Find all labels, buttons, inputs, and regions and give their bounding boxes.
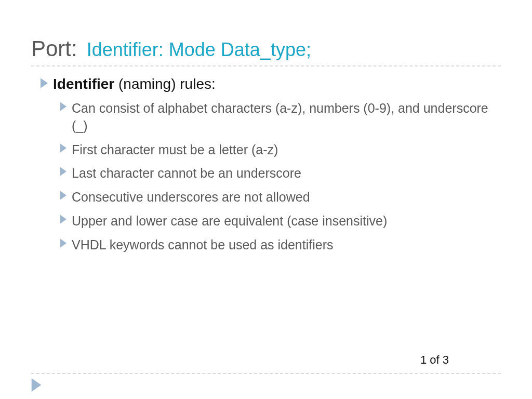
list-item: First character must be a letter (a-z) (60, 141, 501, 159)
triangle-bullet-icon (60, 143, 66, 153)
list-item-text: First character must be a letter (a-z) (72, 141, 278, 159)
heading-text: Identifier (naming) rules: (53, 76, 216, 92)
list-item: Can consist of alphabet characters (a-z)… (60, 100, 501, 135)
slide-title: Port: Identifier: Mode Data_type; (31, 36, 501, 66)
list-item-text: Consecutive underscores are not allowed (72, 189, 310, 206)
triangle-bullet-icon (60, 238, 66, 248)
svg-marker-7 (32, 378, 42, 392)
list-item-text: Can consist of alphabet characters (a-z)… (72, 100, 501, 135)
title-sub: Identifier: Mode Data_type; (87, 39, 311, 61)
title-main: Port: (31, 36, 77, 61)
svg-marker-0 (41, 78, 48, 88)
triangle-bullet-icon (60, 191, 66, 200)
list-item: Last character cannot be an underscore (60, 165, 501, 182)
list-item-text: Last character cannot be an underscore (72, 165, 301, 182)
svg-marker-6 (60, 238, 66, 247)
list-item-text: Upper and lower case are equivalent (cas… (72, 212, 387, 230)
triangle-bullet-icon (41, 78, 48, 88)
slide: Port: Identifier: Mode Data_type; Identi… (0, 0, 532, 399)
svg-marker-3 (60, 167, 66, 176)
heading-row: Identifier (naming) rules: (41, 76, 501, 92)
svg-marker-1 (60, 102, 66, 111)
list-item: Upper and lower case are equivalent (cas… (60, 212, 501, 230)
list-item-text: VHDL keywords cannot be used as identifi… (72, 236, 334, 254)
rules-list: Can consist of alphabet characters (a-z)… (60, 100, 501, 254)
triangle-bullet-icon (60, 167, 66, 176)
heading-strong: Identifier (53, 76, 114, 92)
triangle-bullet-icon (60, 102, 66, 111)
heading-rest: (naming) rules: (114, 76, 216, 92)
svg-marker-2 (60, 143, 66, 152)
list-item: VHDL keywords cannot be used as identifi… (60, 236, 501, 254)
triangle-bullet-icon (60, 215, 66, 224)
page-indicator: 1 of 3 (420, 353, 449, 367)
footer-triangle-icon (31, 378, 42, 392)
footer-divider (31, 373, 501, 374)
svg-marker-4 (60, 191, 66, 200)
list-item: Consecutive underscores are not allowed (60, 189, 501, 206)
svg-marker-5 (60, 215, 66, 223)
